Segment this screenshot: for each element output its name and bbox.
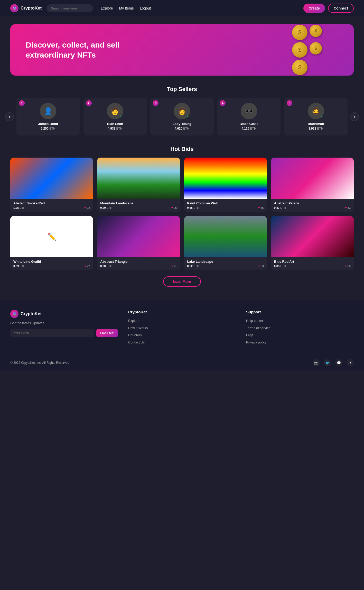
nft-card-abstractsmoke[interactable]: Abstact Smoke Red 1.25 ETH ♥ 92 (10, 158, 93, 212)
logo-text: CryptoKet (21, 6, 42, 11)
nft-meta-lake: 0.52 ETH ♥ 63 (187, 265, 264, 268)
seller-avatar-1: 👤 (40, 103, 56, 119)
top-sellers-section: Top Sellers ‹ 1 👤 James Bond 5.250 ETH 2… (0, 86, 364, 135)
nft-meta-triangle: 0.90 ETH ♥ 71 (100, 265, 177, 268)
nft-meta-mountain: 0.20 ETH ♥ 25 (100, 206, 177, 209)
nft-price-paintcolor: 0.55 ETH (187, 206, 199, 209)
footer-col-cryptoket: CryptoKet ExploreHow it WorksCountersCon… (128, 310, 236, 344)
footer-link[interactable]: Counters (128, 333, 142, 337)
footer-email-row: Email Me! (10, 329, 118, 337)
seller-avatar-2: 🧑 (107, 103, 123, 119)
nft-price-whiteline: 0.09 ETH (13, 265, 25, 268)
nft-image-triangle (97, 216, 180, 257)
seller-name-2: Rian Leon (88, 122, 143, 126)
sellers-container: ‹ 1 👤 James Bond 5.250 ETH 2 🧑 Rian Leon… (0, 98, 364, 135)
twitter-icon[interactable]: 🐦 (324, 359, 331, 366)
heart-icon-mountain: ♥ (171, 206, 173, 209)
seller-card-5[interactable]: 5 🧔 Budhiman 3.921 ETH (284, 98, 348, 135)
footer-link[interactable]: Explore (128, 319, 139, 323)
create-button[interactable]: Create (303, 4, 325, 13)
nft-image-abstractpatern (271, 158, 354, 199)
nav-explore[interactable]: Explore (101, 6, 113, 10)
nft-info-bluered: Blue Red Art 0.85 ETH ♥ 66 (271, 257, 354, 270)
seller-card-3[interactable]: 3 👩 Lady Young 4.620 ETH (150, 98, 214, 135)
nft-info-mountain: Mountain Landscape 0.20 ETH ♥ 25 (97, 199, 180, 212)
nav-myitems[interactable]: My Items (119, 6, 134, 10)
nft-info-abstractpatern: Abstract Patern 0.87 ETH ♥ 82 (271, 199, 354, 212)
seller-card-4[interactable]: 4 🕶️ Black Glass 4.125 ETH (217, 98, 281, 135)
nft-card-whiteline[interactable]: ✏️ White Line Grafiti 0.09 ETH ♥ 22 (10, 216, 93, 270)
seller-card-2[interactable]: 2 🧑 Rian Leon 4.932 ETH (83, 98, 147, 135)
coin-4: $ (310, 42, 322, 55)
nft-meta-abstractsmoke: 1.25 ETH ♥ 92 (13, 206, 90, 209)
seller-name-1: James Bond (21, 122, 76, 126)
seller-eth-5: 3.921 ETH (288, 127, 343, 130)
nft-price-triangle: 0.90 ETH (100, 265, 112, 268)
nft-card-lake[interactable]: Lake Landscape 0.52 ETH ♥ 63 (184, 216, 267, 270)
hero-section: Discover, collect, and sell extraordinar… (10, 24, 354, 76)
logo-icon: 🔮 (10, 4, 18, 12)
seller-rank-4: 4 (220, 100, 226, 106)
sellers-prev-arrow[interactable]: ‹ (5, 112, 14, 121)
nft-card-abstractpatern[interactable]: Abstract Patern 0.87 ETH ♥ 82 (271, 158, 354, 212)
nft-image-whiteline: ✏️ (10, 216, 93, 257)
footer: 🔮 CryptoKet Get the lastes Updates Email… (0, 299, 364, 355)
instagram-icon[interactable]: 📷 (313, 359, 320, 366)
discord-icon[interactable]: 💬 (335, 359, 342, 366)
nft-price-mountain: 0.20 ETH (100, 206, 112, 209)
nft-title-mountain: Mountain Landscape (100, 201, 177, 205)
nft-price-lake: 0.52 ETH (187, 265, 199, 268)
seller-avatar-3: 👩 (174, 103, 190, 119)
nft-likes-mountain: ♥ 25 (171, 206, 177, 209)
logo: 🔮 CryptoKet (10, 4, 42, 12)
nft-card-paintcolor[interactable]: Paint Color on Wall 0.55 ETH ♥ 55 (184, 158, 267, 212)
nft-title-abstractsmoke: Abstact Smoke Red (13, 201, 90, 205)
footer-col1-links: ExploreHow it WorksCountersContact Us (128, 318, 236, 344)
nft-image-bluered (271, 216, 354, 257)
nft-card-bluered[interactable]: Blue Red Art 0.85 ETH ♥ 66 (271, 216, 354, 270)
footer-brand: 🔮 CryptoKet Get the lastes Updates Email… (10, 310, 118, 344)
footer-bottom: © 2022 CrpytoKet, Inc. All Rights Reserv… (0, 355, 364, 370)
nft-likes-triangle: ♥ 71 (171, 265, 177, 268)
footer-tagline: Get the lastes Updates (10, 321, 118, 325)
seller-rank-5: 5 (287, 100, 292, 106)
seller-card-1[interactable]: 1 👤 James Bond 5.250 ETH (16, 98, 80, 135)
heart-icon-bluered: ♥ (345, 265, 347, 268)
footer-link[interactable]: Contact Us (128, 340, 145, 344)
footer-col2-title: Support (246, 310, 354, 314)
nft-card-triangle[interactable]: Abstract Triangle 0.90 ETH ♥ 71 (97, 216, 180, 270)
online-dot-3 (186, 116, 190, 119)
footer-col2-links: Help centerTerms of serviceLegalPrivacy … (246, 318, 354, 344)
copyright: © 2022 CrpytoKet, Inc. All Rights Reserv… (10, 361, 69, 365)
nft-meta-paintcolor: 0.55 ETH ♥ 55 (187, 206, 264, 209)
nft-meta-whiteline: 0.09 ETH ♥ 22 (13, 265, 90, 268)
telegram-icon[interactable]: ✈ (347, 359, 354, 366)
footer-email-input[interactable] (10, 329, 94, 337)
footer-link[interactable]: Help center (246, 319, 263, 323)
nft-meta-bluered: 0.85 ETH ♥ 66 (274, 265, 351, 268)
nft-card-mountain[interactable]: Mountain Landscape 0.20 ETH ♥ 25 (97, 158, 180, 212)
nft-likes-bluered: ♥ 66 (345, 265, 351, 268)
load-more-button[interactable]: Load More (163, 276, 201, 287)
heart-icon-abstractpatern: ♥ (345, 206, 347, 209)
nft-likes-whiteline: ♥ 22 (84, 265, 90, 268)
seller-eth-3: 4.620 ETH (154, 127, 210, 130)
hot-bids-title: Hot Bids (0, 146, 364, 152)
nft-price-abstractpatern: 0.87 ETH (274, 206, 286, 209)
sellers-next-arrow[interactable]: › (350, 112, 359, 121)
footer-link[interactable]: Legal (246, 333, 254, 337)
nav-logout[interactable]: Logout (140, 6, 151, 10)
footer-link[interactable]: Terms of service (246, 326, 270, 330)
nft-title-whiteline: White Line Grafiti (13, 260, 90, 264)
footer-link[interactable]: How it Works (128, 326, 148, 330)
footer-link[interactable]: Privacy policy (246, 340, 266, 344)
nft-title-abstractpatern: Abstract Patern (274, 201, 351, 205)
seller-eth-4: 4.125 ETH (221, 127, 277, 130)
top-sellers-title: Top Sellers (0, 86, 364, 93)
search-input[interactable] (47, 4, 93, 12)
seller-eth-1: 5.250 ETH (21, 127, 76, 130)
seller-rank-2: 2 (86, 100, 92, 106)
heart-icon-whiteline: ♥ (84, 265, 86, 268)
connect-button[interactable]: Connect (328, 4, 354, 13)
email-me-button[interactable]: Email Me! (96, 329, 118, 337)
